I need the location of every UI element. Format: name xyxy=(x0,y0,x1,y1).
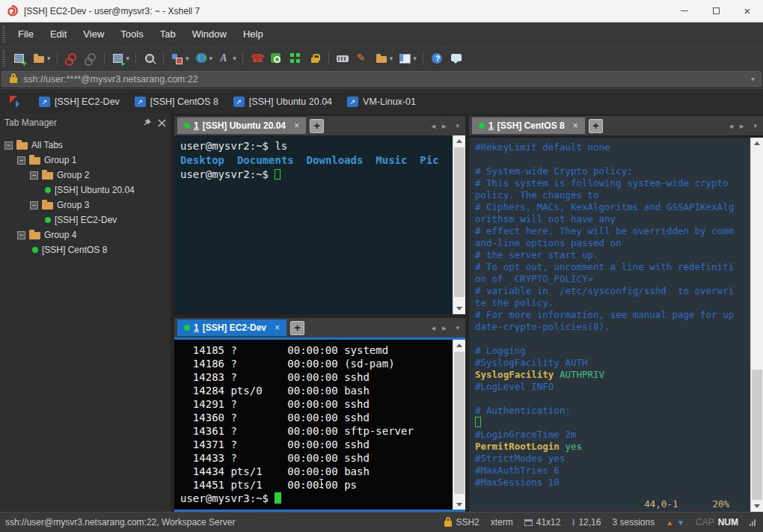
menu-grip[interactable] xyxy=(2,26,5,43)
keyboard-button[interactable] xyxy=(333,49,352,68)
tab-scroll-right-icon[interactable]: ▸ xyxy=(442,121,447,131)
collapse-icon[interactable]: − xyxy=(17,156,25,165)
open-folder-button[interactable]: ▾ xyxy=(29,49,53,68)
tab-scroll-left-icon[interactable]: ◂ xyxy=(729,121,733,131)
exec-button[interactable] xyxy=(266,49,286,68)
tree-item-group-3[interactable]: −Group 3 xyxy=(0,198,171,213)
terminal-line: te the policy. xyxy=(475,297,749,309)
scroll-up-icon[interactable] xyxy=(453,135,465,147)
terminal-centos[interactable]: #RekeyLimit default none # System-wide C… xyxy=(469,138,763,512)
font-decrease-icon[interactable]: ▼ xyxy=(677,519,684,527)
tree-item-all-tabs[interactable]: −All Tabs xyxy=(0,138,171,153)
properties-button[interactable]: ▾ xyxy=(168,49,191,68)
tab-ec2[interactable]: 1 [SSH] EC2-Dev × xyxy=(177,319,286,336)
session-tab-3[interactable]: ↗VM-Linux-01 xyxy=(343,89,426,114)
properties-dropdown-icon[interactable]: ▾ xyxy=(186,55,189,62)
open-folder-dropdown-icon[interactable]: ▾ xyxy=(47,55,51,62)
terminal-text: AUTHPRIV xyxy=(560,369,604,380)
font-increase-icon[interactable]: ▲ xyxy=(666,519,673,527)
collapse-icon[interactable]: − xyxy=(4,141,13,150)
tab-scroll-right-icon[interactable]: ▸ xyxy=(740,121,744,131)
minimize-button[interactable] xyxy=(669,0,700,22)
tree-item--ssh-ec2-dev[interactable]: [SSH] EC2-Dev xyxy=(0,213,171,227)
folder-options-dropdown-icon[interactable]: ▾ xyxy=(390,55,393,62)
session-tab-1[interactable]: ↗[SSH] CentOS 8 xyxy=(130,89,229,114)
new-window-button[interactable]: ▾ xyxy=(108,49,132,68)
tab-close-icon[interactable]: × xyxy=(294,120,299,131)
menu-help[interactable]: Help xyxy=(235,28,272,40)
menu-view[interactable]: View xyxy=(75,28,112,40)
session-tab-2[interactable]: ↗[SSH] Ubuntu 20.04 xyxy=(229,89,343,114)
tab-list-icon[interactable]: ▾ xyxy=(753,122,757,129)
address-bar[interactable]: ssh://user:****@mysvr3.netsarang.com:22 … xyxy=(1,71,762,87)
panel-close-icon[interactable] xyxy=(158,119,166,127)
folder-options-icon xyxy=(374,51,389,66)
toolbar-grip[interactable] xyxy=(2,50,5,67)
collapse-icon[interactable]: − xyxy=(30,201,38,210)
tab-scroll-left-icon[interactable]: ◂ xyxy=(431,121,435,131)
scroll-thumb[interactable] xyxy=(454,147,465,297)
menu-edit[interactable]: Edit xyxy=(42,28,75,40)
chat-button[interactable] xyxy=(447,49,466,68)
font-dropdown-icon[interactable]: ▾ xyxy=(233,55,236,62)
new-tab-button[interactable]: + xyxy=(290,321,304,335)
tab-scroll-left-icon[interactable]: ◂ xyxy=(431,323,435,333)
new-tab-button[interactable]: + xyxy=(589,119,603,133)
reconnect-button[interactable] xyxy=(81,49,100,68)
maximize-button[interactable] xyxy=(700,0,732,22)
tab-list-icon[interactable]: ▾ xyxy=(456,122,459,129)
ubuntu-scrollbar[interactable] xyxy=(453,135,465,314)
font-button[interactable]: ▾ xyxy=(215,49,239,68)
scroll-down-icon[interactable] xyxy=(453,499,465,510)
layout-dropdown-icon[interactable]: ▾ xyxy=(413,55,417,62)
close-button[interactable]: × xyxy=(732,0,763,22)
tab-list-icon[interactable]: ▾ xyxy=(456,324,459,331)
scroll-thumb[interactable] xyxy=(454,352,465,494)
tab-close-icon[interactable]: × xyxy=(275,322,280,333)
tab-close-icon[interactable]: × xyxy=(573,120,578,131)
pen-button[interactable] xyxy=(352,49,372,68)
terminal-ubuntu[interactable]: user@mysvr2:~$ lsDesktop Documents Downl… xyxy=(174,135,465,314)
tree-item--ssh-centos-8[interactable]: [SSH] CentOS 8 xyxy=(0,242,171,257)
tab-ubuntu[interactable]: 1 [SSH] Ubuntu 20.04 × xyxy=(177,117,306,134)
collapse-icon[interactable]: − xyxy=(30,171,38,180)
menu-tab[interactable]: Tab xyxy=(152,28,184,40)
scroll-up-icon[interactable] xyxy=(453,340,465,351)
disconnect-button[interactable] xyxy=(61,49,81,68)
encoding-dropdown-icon[interactable]: ▾ xyxy=(209,55,213,62)
menu-window[interactable]: Window xyxy=(184,28,235,40)
tree-item--ssh-ubuntu-20-04[interactable]: [SSH] Ubuntu 20.04 xyxy=(0,183,171,198)
scroll-down-icon[interactable] xyxy=(751,501,763,512)
encoding-button[interactable]: ▾ xyxy=(191,49,215,68)
terminal-line: 14433 ? 00:00:00 sshd xyxy=(180,451,451,465)
scroll-thumb[interactable] xyxy=(752,370,762,500)
help-button[interactable] xyxy=(427,49,447,68)
tree-item-group-2[interactable]: −Group 2 xyxy=(0,168,171,183)
hangup-button[interactable] xyxy=(247,49,266,68)
pin-icon[interactable] xyxy=(143,118,152,127)
scroll-up-icon[interactable] xyxy=(751,138,763,149)
tab-scroll-right-icon[interactable]: ▸ xyxy=(442,323,447,333)
lock-button[interactable] xyxy=(305,49,325,68)
menu-file[interactable]: File xyxy=(10,28,42,40)
centos-scrollbar[interactable] xyxy=(750,138,763,512)
new-tab-button[interactable]: + xyxy=(310,119,324,133)
tree-item-group-4[interactable]: −Group 4 xyxy=(0,227,171,242)
layout-button[interactable]: ▾ xyxy=(395,49,419,68)
menu-tools[interactable]: Tools xyxy=(112,28,151,40)
collapse-icon[interactable]: − xyxy=(17,231,25,239)
session-label: [SSH] Ubuntu 20.04 xyxy=(249,97,332,107)
sessions-dialog-icon[interactable] xyxy=(9,94,24,109)
scroll-down-icon[interactable] xyxy=(453,303,465,314)
new-session-button[interactable] xyxy=(10,49,29,68)
fullscreen-button[interactable] xyxy=(286,49,305,68)
folder-options-button[interactable]: ▾ xyxy=(372,49,396,68)
tab-centos[interactable]: 1 [SSH] CentOS 8 × xyxy=(472,117,585,134)
session-tab-0[interactable]: ↗[SSH] EC2-Dev xyxy=(34,89,130,114)
ec2-scrollbar[interactable] xyxy=(453,340,465,510)
terminal-ec2[interactable]: 14185 ? 00:00:00 systemd 14186 ? 00:00:0… xyxy=(174,340,465,510)
address-dropdown-icon[interactable]: ▾ xyxy=(751,75,755,83)
new-window-dropdown-icon[interactable]: ▾ xyxy=(126,55,130,62)
tree-item-group-1[interactable]: −Group 1 xyxy=(0,153,171,168)
find-button[interactable] xyxy=(140,49,159,68)
